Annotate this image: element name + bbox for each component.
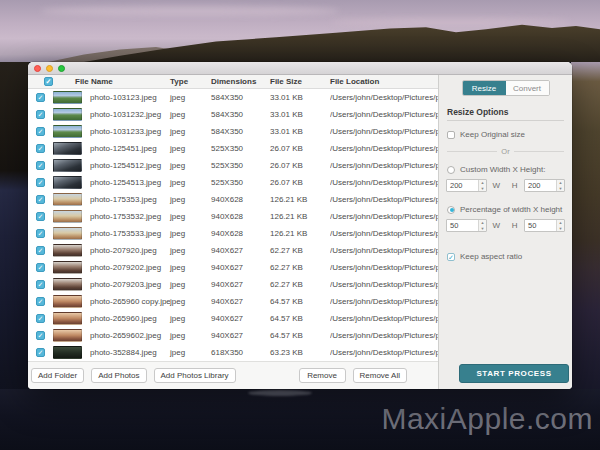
row-file-name: photo-175353.jpeg <box>90 195 170 204</box>
table-row[interactable]: ✓ photo-1753532.jpeg jpeg 940X628 126.21… <box>28 208 438 225</box>
table-row[interactable]: ✓ photo-352884.jpeg jpeg 618X350 63.23 K… <box>28 344 438 361</box>
row-dimensions: 940X628 <box>211 212 270 221</box>
column-header-file-location[interactable]: File Location <box>330 77 379 86</box>
row-checkbox[interactable]: ✓ <box>36 348 45 357</box>
custom-size-row: Custom Width X Height: <box>447 165 564 174</box>
row-checkbox[interactable]: ✓ <box>36 331 45 340</box>
table-row[interactable]: ✓ photo-175353.jpeg jpeg 940X628 126.21 … <box>28 191 438 208</box>
row-thumbnail <box>53 227 82 240</box>
row-type: jpeg <box>170 161 211 170</box>
table-row[interactable]: ✓ photo-2659602.jpeg jpeg 940X627 64.57 … <box>28 327 438 344</box>
row-checkbox[interactable]: ✓ <box>36 178 45 187</box>
remove-button[interactable]: Remove <box>299 368 346 383</box>
column-header-dimensions[interactable]: Dimensions <box>211 77 256 86</box>
row-thumbnail <box>53 261 82 274</box>
table-row[interactable]: ✓ photo-2079203.jpeg jpeg 940X627 62.27 … <box>28 276 438 293</box>
table-row[interactable]: ✓ photo-1254512.jpeg jpeg 525X350 26.07 … <box>28 157 438 174</box>
row-file-location: /Users/john/Desktop/Pictures/p... <box>330 161 438 170</box>
row-dimensions: 618X350 <box>211 348 270 357</box>
row-thumbnail <box>53 91 82 104</box>
add-photos-button[interactable]: Add Photos <box>91 368 146 383</box>
column-header-file-size[interactable]: File Size <box>270 77 302 86</box>
column-header-file-name[interactable]: File Name <box>75 77 113 86</box>
row-file-name: photo-1031232.jpeg <box>90 110 170 119</box>
add-folder-button[interactable]: Add Folder <box>31 368 84 383</box>
keep-aspect-row: ✓ Keep aspect ratio <box>447 252 564 261</box>
column-header-type[interactable]: Type <box>170 77 188 86</box>
custom-height-stepper[interactable]: ▲▼ <box>556 180 564 191</box>
row-file-name: photo-1031233.jpeg <box>90 127 170 136</box>
row-file-location: /Users/john/Desktop/Pictures/p... <box>330 212 438 221</box>
table-row[interactable]: ✓ photo-265960 copy.jpeg jpeg 940X627 64… <box>28 293 438 310</box>
add-photos-library-button[interactable]: Add Photos Library <box>154 368 236 383</box>
cloud <box>330 18 570 26</box>
width-label: W <box>487 181 506 190</box>
titlebar[interactable] <box>28 62 572 75</box>
row-type: jpeg <box>170 127 211 136</box>
row-checkbox[interactable]: ✓ <box>36 263 45 272</box>
percentage-width-stepper[interactable]: ▲▼ <box>478 220 486 231</box>
row-file-name: photo-103123.jpeg <box>90 93 170 102</box>
zoom-button[interactable] <box>58 65 65 72</box>
row-checkbox[interactable]: ✓ <box>36 280 45 289</box>
minimize-button[interactable] <box>46 65 53 72</box>
wave-detail <box>248 390 312 396</box>
row-file-name: photo-2659602.jpeg <box>90 331 170 340</box>
row-checkbox[interactable]: ✓ <box>36 110 45 119</box>
keep-aspect-checkbox[interactable]: ✓ <box>447 253 455 261</box>
table-row[interactable]: ✓ photo-2079202.jpeg jpeg 940X627 62.27 … <box>28 259 438 276</box>
row-checkbox[interactable]: ✓ <box>36 229 45 238</box>
row-checkbox[interactable]: ✓ <box>36 93 45 102</box>
row-file-location: /Users/john/Desktop/Pictures/p... <box>330 127 438 136</box>
row-type: jpeg <box>170 178 211 187</box>
row-checkbox[interactable]: ✓ <box>36 144 45 153</box>
row-dimensions: 584X350 <box>211 127 270 136</box>
start-process-button[interactable]: START PROCESS <box>459 364 569 383</box>
row-checkbox[interactable]: ✓ <box>36 314 45 323</box>
select-all-checkbox[interactable]: ✓ <box>44 77 53 86</box>
close-button[interactable] <box>34 65 41 72</box>
custom-width-input[interactable]: 200 ▲▼ <box>446 179 487 192</box>
row-checkbox[interactable]: ✓ <box>36 195 45 204</box>
percentage-height-stepper[interactable]: ▲▼ <box>556 220 564 231</box>
percentage-size-row: Percentage of width X height <box>447 205 564 214</box>
row-checkbox[interactable]: ✓ <box>36 246 45 255</box>
table-row[interactable]: ✓ photo-1031232.jpeg jpeg 584X350 33.01 … <box>28 106 438 123</box>
table-row[interactable]: ✓ photo-265960.jpeg jpeg 940X627 64.57 K… <box>28 310 438 327</box>
row-checkbox[interactable]: ✓ <box>36 161 45 170</box>
row-file-size: 26.07 KB <box>270 161 330 170</box>
percentage-size-label: Percentage of width X height <box>460 205 562 214</box>
row-type: jpeg <box>170 331 211 340</box>
table-row[interactable]: ✓ photo-1753533.jpeg jpeg 940X628 126.21… <box>28 225 438 242</box>
custom-width-stepper[interactable]: ▲▼ <box>478 180 486 191</box>
row-checkbox[interactable]: ✓ <box>36 127 45 136</box>
tab-convert[interactable]: Convert <box>506 81 549 95</box>
width-label: W <box>487 221 506 230</box>
table-row[interactable]: ✓ photo-125451.jpeg jpeg 525X350 26.07 K… <box>28 140 438 157</box>
percentage-width-input[interactable]: 50 ▲▼ <box>446 219 487 232</box>
table-row[interactable]: ✓ photo-103123.jpeg jpeg 584X350 33.01 K… <box>28 89 438 106</box>
percentage-height-input[interactable]: 50 ▲▼ <box>524 219 565 232</box>
keep-aspect-label: Keep aspect ratio <box>460 252 522 261</box>
custom-size-radio[interactable] <box>447 166 455 174</box>
row-dimensions: 940X627 <box>211 246 270 255</box>
row-file-name: photo-1254512.jpeg <box>90 161 170 170</box>
keep-original-checkbox[interactable]: ✓ <box>447 131 455 139</box>
row-file-size: 63.23 KB <box>270 348 330 357</box>
custom-height-input[interactable]: 200 ▲▼ <box>524 179 565 192</box>
table-row[interactable]: ✓ photo-1031233.jpeg jpeg 584X350 33.01 … <box>28 123 438 140</box>
row-file-name: photo-352884.jpeg <box>90 348 170 357</box>
table-row[interactable]: ✓ photo-1254513.jpeg jpeg 525X350 26.07 … <box>28 174 438 191</box>
remove-all-button[interactable]: Remove All <box>353 368 407 383</box>
table-row[interactable]: ✓ photo-207920.jpeg jpeg 940X627 62.27 K… <box>28 242 438 259</box>
row-dimensions: 525X350 <box>211 144 270 153</box>
row-checkbox[interactable]: ✓ <box>36 212 45 221</box>
row-thumbnail <box>53 244 82 257</box>
row-type: jpeg <box>170 280 211 289</box>
row-type: jpeg <box>170 263 211 272</box>
tab-resize[interactable]: Resize <box>463 81 506 95</box>
divider <box>447 120 564 121</box>
row-checkbox[interactable]: ✓ <box>36 297 45 306</box>
percentage-size-radio[interactable] <box>447 206 455 214</box>
row-type: jpeg <box>170 297 211 306</box>
